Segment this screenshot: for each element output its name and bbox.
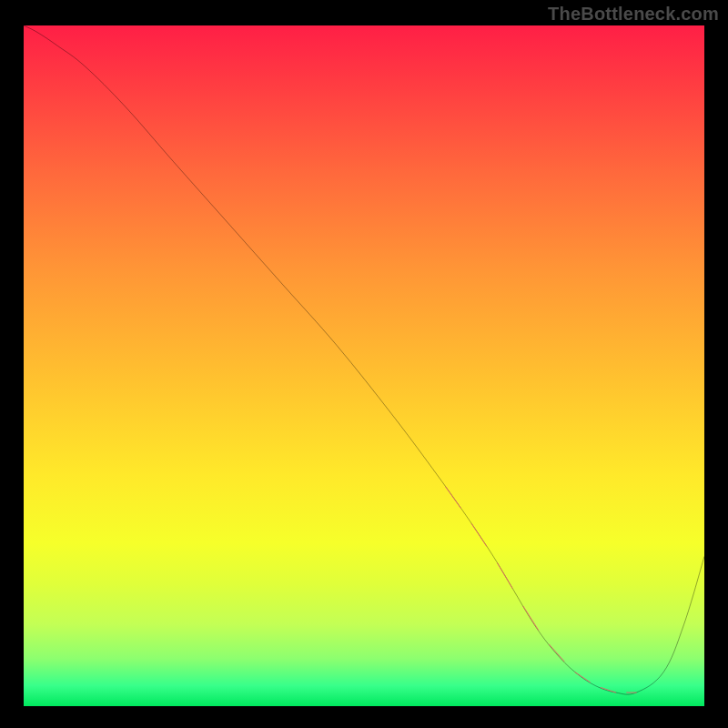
curve-svg [24,25,704,706]
bottleneck-curve-path [24,25,704,694]
dash-segment [549,644,563,661]
dash-segment [575,672,590,682]
dash-segment [601,688,615,693]
dash-segment [523,606,538,630]
watermark-text: TheBottleneck.com [548,4,719,25]
plot-area [24,25,704,706]
dash-segment [498,563,512,588]
dashed-optimal-zone [446,487,636,693]
dash-segment [471,524,486,547]
chart-frame: TheBottleneck.com [0,0,728,728]
dash-segment [446,487,460,508]
